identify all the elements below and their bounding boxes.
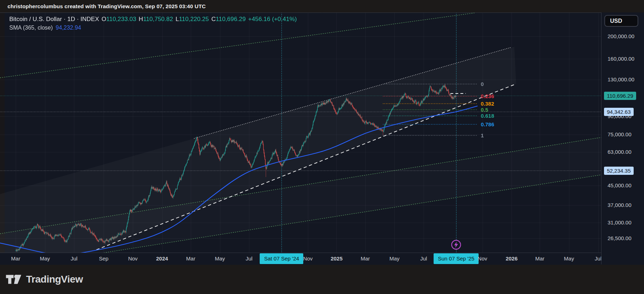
sma-legend-row[interactable]: SMA (365, close)94,232.94 — [9, 25, 297, 31]
sma-label: SMA (365, close) — [9, 25, 53, 31]
currency-label: USD — [610, 18, 622, 24]
fib-level-label[interactable]: 0.236 — [481, 93, 494, 99]
price-line-badge: 52,234.35 — [604, 167, 634, 175]
price-axis-label: 75,000.00 — [608, 131, 631, 137]
time-axis-label: Mar — [361, 255, 370, 262]
time-axis-label: May — [389, 255, 399, 262]
fib-level-label[interactable]: 0.382 — [481, 101, 494, 107]
time-axis-label: 2025 — [331, 255, 343, 262]
change-value: +456.16 (+0.41%) — [248, 16, 297, 22]
time-axis-label: Jul — [420, 255, 427, 262]
price-axis-label: 26,500.00 — [608, 235, 631, 241]
lightning-icon[interactable] — [451, 239, 461, 250]
fib-level-label[interactable]: 0.786 — [481, 121, 494, 127]
price-axis-label: 63,000.00 — [608, 149, 631, 155]
low-value: 110,220.25 — [179, 16, 209, 22]
price-axis-label: 200,000.00 — [608, 33, 634, 39]
sma-value: 94,232.94 — [56, 25, 81, 31]
price-chart-canvas[interactable] — [0, 0, 644, 294]
attribution-text: christophercolumbus created with Trading… — [0, 3, 206, 9]
time-axis-label: Jul — [71, 255, 78, 262]
attribution-bar: christophercolumbus created with Trading… — [0, 0, 644, 12]
time-axis-label: Mar — [535, 255, 544, 262]
time-axis-label: Sep — [99, 255, 109, 262]
price-axis-label: 37,000.00 — [608, 202, 631, 208]
time-axis[interactable]: MarMayJulSepNov2024MarMayJulSat 07 Sep '… — [0, 253, 601, 265]
fib-level-label[interactable]: 1 — [481, 132, 484, 138]
currency-toggle-button[interactable]: USD — [604, 15, 638, 27]
footer-bar: TradingView — [0, 265, 644, 294]
tradingview-snapshot: christophercolumbus created with Trading… — [0, 0, 644, 294]
price-axis-label: 160,000.00 — [608, 56, 634, 62]
last-price-badge: 110,696.29 — [604, 92, 636, 100]
fib-level-label[interactable]: 0.5 — [481, 107, 488, 113]
fib-level-label[interactable]: 0 — [481, 81, 484, 87]
time-axis-label: Nov — [303, 255, 313, 262]
open-value: 110,233.03 — [106, 16, 136, 22]
time-axis-label: May — [564, 255, 574, 262]
price-axis-label: 130,000.00 — [608, 76, 634, 82]
high-label: H — [139, 16, 143, 22]
symbol-legend-row[interactable]: Bitcoin / U.S. Dollar · 1D · INDEXO110,2… — [9, 16, 297, 23]
price-line-badge: 94,342.63 — [604, 108, 634, 116]
time-axis-label: May — [40, 255, 50, 262]
time-axis-label: May — [215, 255, 225, 262]
time-axis-label: Nov — [478, 255, 487, 262]
price-axis-label: 31,000.00 — [608, 219, 631, 225]
date-highlight-badge: Sun 07 Sep '25 — [434, 253, 479, 264]
time-axis-label: Mar — [186, 255, 195, 262]
close-label: C — [211, 16, 216, 22]
low-label: L — [175, 16, 179, 22]
open-label: O — [101, 16, 106, 22]
price-axis[interactable]: USD 200,000.00160,000.00130,000.0090,000… — [601, 12, 644, 264]
high-value: 110,750.82 — [143, 16, 173, 22]
close-value: 110,696.29 — [216, 16, 246, 22]
date-highlight-badge: Sat 07 Sep '24 — [260, 253, 303, 264]
fib-level-label[interactable]: 0.618 — [481, 113, 494, 119]
time-axis-label: 2026 — [506, 255, 518, 262]
time-axis-label: 2024 — [156, 255, 168, 262]
tradingview-logo-icon — [5, 273, 22, 286]
tradingview-wordmark: TradingView — [26, 274, 83, 285]
time-axis-label: Nov — [128, 255, 138, 262]
time-axis-label: Jul — [246, 255, 253, 262]
symbol-title: Bitcoin / U.S. Dollar · 1D · INDEX — [9, 16, 99, 22]
time-axis-label: Jul — [595, 255, 601, 262]
time-axis-label: Mar — [11, 255, 20, 262]
price-axis-label: 45,000.00 — [608, 182, 631, 188]
chart-legend[interactable]: Bitcoin / U.S. Dollar · 1D · INDEXO110,2… — [9, 16, 297, 31]
